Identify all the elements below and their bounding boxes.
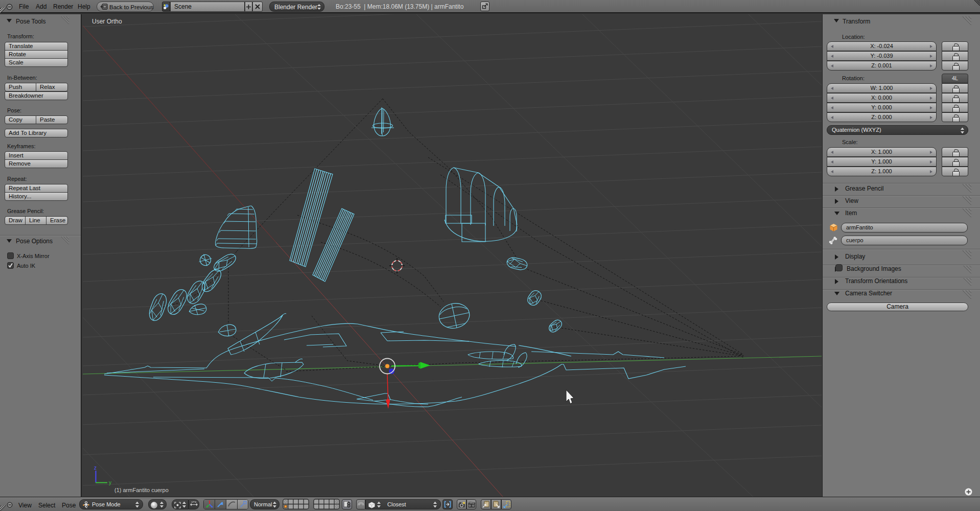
svg-text:y: y [109, 480, 111, 485]
svg-text:z: z [94, 465, 97, 471]
